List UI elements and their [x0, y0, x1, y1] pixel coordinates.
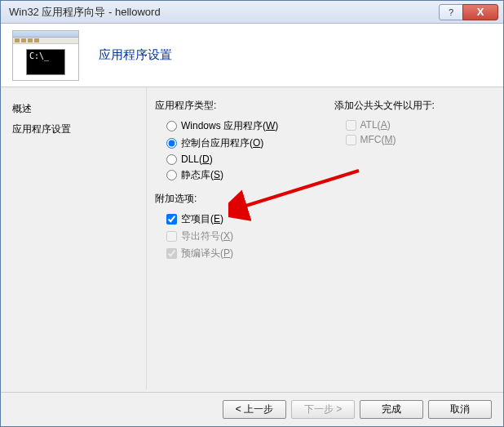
radio-console-app[interactable]: 控制台应用程序(O): [155, 135, 310, 152]
next-button: 下一步 >: [291, 400, 355, 419]
radio-console-input[interactable]: [166, 138, 177, 149]
titlebar: Win32 应用程序向导 - helloword ? X: [1, 1, 503, 24]
sidebar-item-settings[interactable]: 应用程序设置: [11, 119, 136, 140]
left-column: 应用程序类型: Windows 应用程序(W) 控制台应用程序(O) DLL(D…: [155, 99, 310, 262]
titlebar-buttons: ? X: [439, 4, 498, 20]
help-button[interactable]: ?: [439, 4, 463, 20]
banner: C:\_ 应用程序设置: [1, 24, 503, 87]
page-title: 应用程序设置: [99, 47, 172, 63]
content-pane: 应用程序类型: Windows 应用程序(W) 控制台应用程序(O) DLL(D…: [146, 87, 503, 389]
question-icon: ?: [449, 7, 453, 17]
check-mfc-text: MFC(M): [360, 134, 396, 145]
cancel-button[interactable]: 取消: [428, 400, 492, 419]
check-export-text: 导出符号(X): [181, 229, 233, 243]
close-icon: X: [477, 6, 484, 18]
prev-button[interactable]: < 上一步: [223, 400, 286, 419]
radio-windows-text: Windows 应用程序(W): [181, 119, 278, 133]
close-button[interactable]: X: [462, 4, 498, 20]
body: 概述 应用程序设置 应用程序类型: Windows 应用程序(W) 控制台应用程…: [1, 87, 503, 389]
check-pch-text: 预编译头(P): [181, 247, 233, 260]
radio-static-text: 静态库(S): [181, 168, 223, 182]
radio-console-text: 控制台应用程序(O): [181, 136, 263, 150]
banner-thumbnail: C:\_: [12, 30, 79, 81]
footer: < 上一步 下一步 > 完成 取消: [1, 392, 503, 426]
radio-dll[interactable]: DLL(D): [155, 152, 310, 167]
radio-windows-app[interactable]: Windows 应用程序(W): [155, 118, 310, 135]
check-empty-input[interactable]: [166, 214, 177, 225]
check-atl-input: [346, 120, 356, 131]
headers-label: 添加公共头文件以用于:: [334, 99, 489, 113]
check-export-input: [166, 231, 177, 242]
radio-static-lib[interactable]: 静态库(S): [155, 167, 310, 184]
radio-dll-text: DLL(D): [181, 153, 213, 165]
right-column: 添加公共头文件以用于: ATL(A) MFC(M): [334, 99, 489, 262]
check-atl-text: ATL(A): [360, 119, 391, 131]
app-type-label: 应用程序类型:: [155, 99, 310, 113]
check-empty-project[interactable]: 空项目(E): [155, 211, 310, 228]
radio-windows-input[interactable]: [166, 121, 177, 131]
check-pch-input: [166, 248, 177, 259]
extra-options-label: 附加选项:: [155, 192, 310, 206]
sidebar: 概述 应用程序设置: [1, 87, 146, 389]
check-precompiled-header: 预编译头(P): [155, 245, 310, 262]
window-title: Win32 应用程序向导 - helloword: [6, 5, 439, 20]
radio-static-input[interactable]: [166, 170, 177, 180]
finish-button[interactable]: 完成: [360, 400, 423, 419]
wizard-window: Win32 应用程序向导 - helloword ? X C:\_ 应用程序设置…: [0, 0, 504, 427]
console-icon: C:\_: [26, 49, 65, 75]
sidebar-item-overview[interactable]: 概述: [11, 99, 136, 119]
check-atl: ATL(A): [334, 118, 489, 132]
check-export-symbols: 导出符号(X): [155, 228, 310, 245]
check-empty-text: 空项目(E): [181, 212, 223, 226]
check-mfc-input: [346, 135, 356, 145]
check-mfc: MFC(M): [334, 132, 489, 147]
radio-dll-input[interactable]: [166, 154, 177, 165]
